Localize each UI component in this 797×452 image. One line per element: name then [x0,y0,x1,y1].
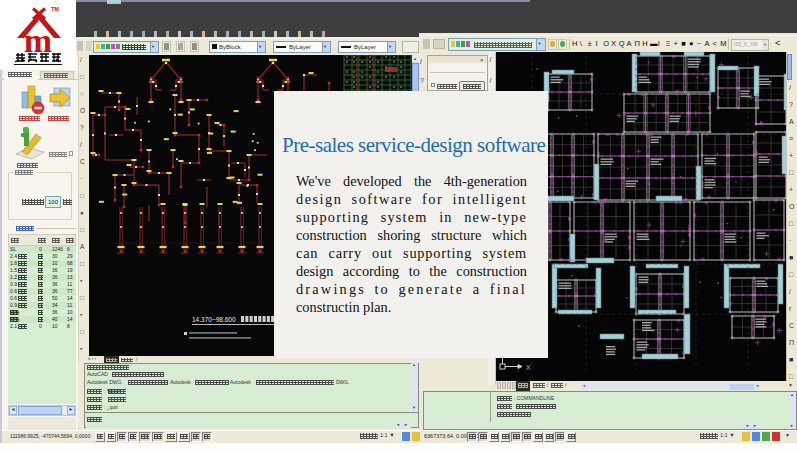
svg-text:14.370~98.600: 14.370~98.600 [192,316,236,323]
svg-text:TM: TM [51,6,59,12]
svg-text:X: X [526,364,531,371]
